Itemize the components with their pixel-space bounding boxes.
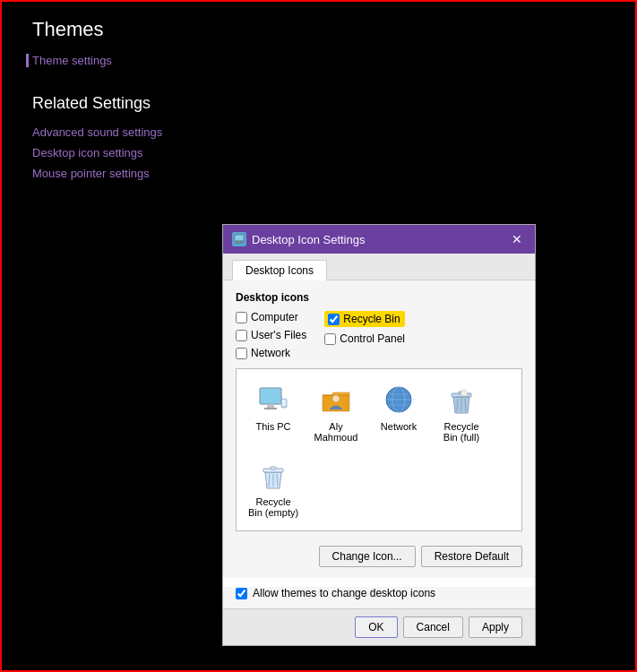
recycle-bin-empty-icon-img [255,457,291,493]
icon-aly-mahmoud[interactable]: Aly Mahmoud [308,378,364,446]
checkbox-col-right: Recycle Bin Control Panel [324,311,405,359]
dialog-title: Desktop Icon Settings [252,233,365,246]
users-files-checkbox[interactable] [236,330,247,341]
recycle-bin-full-label: Recycle Bin (full) [435,421,487,443]
icon-this-pc[interactable]: This PC [245,378,301,446]
this-pc-icon-img [255,382,291,418]
svg-rect-23 [271,467,276,470]
icons-grid: This PC Aly Mahmoud [236,368,522,531]
svg-rect-0 [235,235,244,241]
users-files-label: User's Files [251,329,306,341]
icon-recycle-bin-full[interactable]: Recycle Bin (full) [434,378,489,446]
related-settings-heading: Related Settings [32,94,197,113]
left-panel: Themes Theme settings Related Settings A… [0,0,215,672]
control-panel-label: Control Panel [340,332,405,345]
svg-rect-5 [267,404,274,408]
checkbox-users-files[interactable]: User's Files [236,329,306,341]
allow-themes-row: Allow themes to change desktop icons [223,587,535,608]
svg-point-9 [332,395,340,402]
this-pc-label: This PC [255,421,290,432]
dialog-body: Desktop icons Computer User's Files Netw… [223,280,535,578]
recycle-bin-full-icon-img [443,382,479,418]
desktop-icon-settings-icon [232,232,246,246]
allow-themes-label: Allow themes to change desktop icons [253,587,435,599]
checkbox-computer[interactable]: Computer [236,311,306,323]
control-panel-checkbox[interactable] [324,333,336,345]
checkbox-col-left: Computer User's Files Network [236,311,306,359]
svg-rect-8 [282,400,286,406]
aly-mahmoud-icon-img [318,382,354,418]
tab-desktop-icons[interactable]: Desktop Icons [232,260,327,280]
desktop-icon-settings-dialog: Desktop Icon Settings ✕ Desktop Icons De… [222,224,536,646]
network-label: Network [381,421,417,432]
themes-heading: Themes [32,18,197,41]
svg-marker-21 [461,390,468,396]
dialog-tabs: Desktop Icons [223,254,535,280]
apply-button[interactable]: Apply [469,616,522,638]
icon-recycle-bin-empty[interactable]: Recycle Bin (empty) [245,453,301,521]
dialog-footer: OK Cancel Apply [223,608,535,645]
recycle-bin-checkbox[interactable] [328,314,340,325]
network-checkbox[interactable] [236,348,247,359]
dialog-titlebar: Desktop Icon Settings ✕ [223,225,535,254]
action-buttons: Change Icon... Restore Default [236,540,522,567]
advanced-sound-link[interactable]: Advanced sound settings [32,125,197,139]
checkbox-recycle-bin[interactable]: Recycle Bin [324,311,405,327]
svg-rect-4 [261,389,280,403]
desktop-icon-link[interactable]: Desktop icon settings [32,146,197,159]
checkbox-network[interactable]: Network [236,347,306,359]
change-icon-button[interactable]: Change Icon... [319,546,416,567]
svg-rect-6 [264,408,277,409]
svg-rect-2 [236,242,243,243]
cancel-button[interactable]: Cancel [403,616,463,638]
icon-network[interactable]: Network [371,378,426,446]
mouse-pointer-link[interactable]: Mouse pointer settings [32,167,197,180]
computer-checkbox[interactable] [236,312,247,323]
restore-default-button[interactable]: Restore Default [421,546,522,567]
recycle-bin-empty-label: Recycle Bin (empty) [247,496,299,518]
aly-mahmoud-label: Aly Mahmoud [310,421,362,443]
allow-themes-checkbox[interactable] [236,588,247,599]
recycle-bin-label: Recycle Bin [343,313,400,325]
ok-button[interactable]: OK [355,616,397,638]
theme-settings-link[interactable]: Theme settings [26,54,197,67]
computer-label: Computer [251,311,298,323]
checkboxes-area: Computer User's Files Network Recycle Bi… [236,311,522,359]
checkbox-control-panel[interactable]: Control Panel [324,332,405,345]
dialog-close-button[interactable]: ✕ [508,230,526,248]
desktop-icons-section-label: Desktop icons [236,291,522,304]
titlebar-left: Desktop Icon Settings [232,232,365,246]
network-label: Network [251,347,290,359]
network-icon-img [381,382,417,418]
